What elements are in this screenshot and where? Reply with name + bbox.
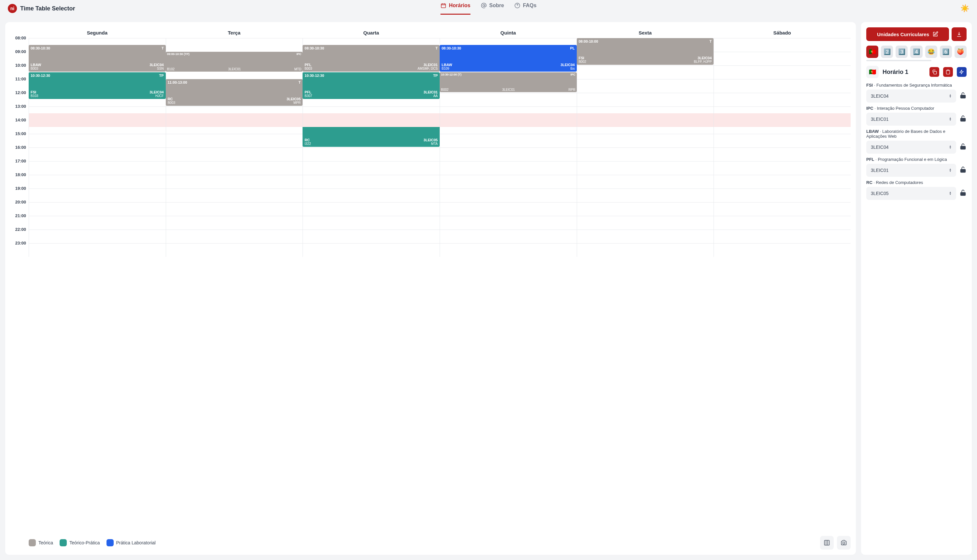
schedule-title: Horário 1 <box>882 69 925 75</box>
day-header-sex: Sexta <box>577 27 714 38</box>
svg-rect-5 <box>934 71 937 74</box>
time-label: 20:00 <box>10 200 29 213</box>
time-label: 12:00 <box>10 90 29 104</box>
nav-sobre[interactable]: Sobre <box>481 3 504 15</box>
app-title: Time Table Selector <box>20 5 75 12</box>
svg-point-1 <box>483 5 485 7</box>
schedule-panel: Segunda Terça Quarta Quinta Sexta Sábado… <box>5 22 856 555</box>
event-block[interactable]: 08:30-10:30TPFL3LEIC01B003AMSMF, DCS <box>303 45 440 72</box>
logo-icon: ni <box>8 4 17 13</box>
legend: Teórica Teórico-Prática Prática Laborato… <box>10 532 850 550</box>
event-block[interactable]: 08:30-10:30TLBAW3LEIC04B003SSN <box>29 45 166 72</box>
time-label: 23:00 <box>10 241 29 254</box>
bolt-button[interactable] <box>957 67 967 77</box>
day-header-seg: Segunda <box>29 27 166 38</box>
time-label: 10:00 <box>10 63 29 77</box>
theme-toggle[interactable]: ☀️ <box>960 4 969 13</box>
legend-tp: Teórico-Prática <box>60 539 100 546</box>
svg-rect-7 <box>961 95 965 98</box>
lock-icon[interactable] <box>959 166 967 175</box>
svg-rect-8 <box>961 118 965 121</box>
tab-6[interactable]: 6️⃣ <box>940 46 952 58</box>
day-header-ter: Terça <box>166 27 303 38</box>
time-label: 16:00 <box>10 145 29 158</box>
course-label: PFL · Programação Funcional e em Lógica <box>866 157 967 162</box>
event-block[interactable]: 08:00-10:00TFSI3LEIC04B002BLFP, HJPP <box>577 38 714 65</box>
legend-t: Teórica <box>29 539 53 546</box>
time-label: 08:00 <box>10 35 29 49</box>
logo-area: ni Time Table Selector <box>8 4 75 13</box>
schedule-tabs: 🇵🇹 2️⃣ 3️⃣ 4️⃣ 😂 6️⃣ 🍑 <box>866 46 967 58</box>
course-label: IPC · Interação Pessoa Computador <box>866 106 967 111</box>
svg-rect-3 <box>825 540 829 545</box>
tab-2[interactable]: 2️⃣ <box>881 46 893 58</box>
tab-5[interactable]: 😂 <box>925 46 937 58</box>
event-block[interactable]: 08:30-10:30PLLBAW3LEIC04B109tbs <box>440 45 577 72</box>
nav-horarios-label: Horários <box>449 3 470 8</box>
event-block[interactable]: 10:30-12:00 (T)IPCB0023LEIC01RPR <box>440 72 577 92</box>
course-select-pfl[interactable]: 3LEIC01▲▼ <box>866 164 956 177</box>
nav-faqs-label: FAQs <box>523 3 537 8</box>
lock-icon[interactable] <box>959 189 967 198</box>
grid-view-button[interactable] <box>820 536 834 550</box>
legend-pl: Prática Laboratorial <box>107 539 156 546</box>
time-label: 14:00 <box>10 118 29 131</box>
sidebar: Unidades Curriculares 🇵🇹 2️⃣ 3️⃣ 4️⃣ 😂 6… <box>861 22 972 555</box>
unidades-button[interactable]: Unidades Curriculares <box>866 27 949 41</box>
time-label: 22:00 <box>10 227 29 241</box>
svg-rect-0 <box>441 3 446 7</box>
at-icon <box>481 3 487 8</box>
course-select-rc[interactable]: 3LEIC05▲▼ <box>866 187 956 200</box>
event-block[interactable]: 10:30-12:30TPFSI3LEIC04B103HJCF <box>29 72 166 99</box>
course-label: RC · Redes de Computadores <box>866 180 967 185</box>
tabs-scrollbar[interactable] <box>866 60 931 61</box>
nav: Horários Sobre FAQs <box>441 3 537 15</box>
svg-rect-6 <box>947 70 949 71</box>
course-label: FSI · Fundamentos de Segurança Informáti… <box>866 83 967 88</box>
camera-button[interactable] <box>837 536 850 550</box>
lock-icon[interactable] <box>959 92 967 101</box>
svg-rect-11 <box>961 192 965 195</box>
lock-icon[interactable] <box>959 115 967 124</box>
svg-rect-9 <box>961 146 965 149</box>
time-label: 21:00 <box>10 213 29 227</box>
course-label: LBAW · Laboratório de Bases de Dados e A… <box>866 129 967 139</box>
tab-7[interactable]: 🍑 <box>955 46 967 58</box>
header: ni Time Table Selector Horários Sobre <box>0 0 977 17</box>
event-block[interactable]: 09:00-10:30 (TP)IPCB1023LEIC01MTD <box>166 52 303 72</box>
nav-faqs[interactable]: FAQs <box>515 3 537 15</box>
schedule-flag: 🇵🇹 <box>866 66 879 78</box>
course-select-lbaw[interactable]: 3LEIC04▲▼ <box>866 141 956 154</box>
nav-horarios[interactable]: Horários <box>441 3 470 15</box>
svg-rect-10 <box>961 169 965 172</box>
day-header-qua: Quarta <box>303 27 440 38</box>
day-header-qui: Quinta <box>440 27 577 38</box>
tab-1[interactable]: 🇵🇹 <box>866 46 878 58</box>
tab-3[interactable]: 3️⃣ <box>895 46 908 58</box>
paste-button[interactable] <box>943 67 953 77</box>
help-icon <box>515 3 520 8</box>
course-select-fsi[interactable]: 3LEIC04▲▼ <box>866 90 956 103</box>
svg-point-4 <box>843 542 845 544</box>
tab-4[interactable]: 4️⃣ <box>910 46 922 58</box>
nav-sobre-label: Sobre <box>489 3 504 8</box>
time-label: 19:00 <box>10 186 29 200</box>
day-header-sab: Sábado <box>714 27 850 38</box>
time-label: 11:00 <box>10 77 29 90</box>
lock-icon[interactable] <box>959 143 967 152</box>
time-label: 13:00 <box>10 104 29 118</box>
event-block[interactable]: 11:00-13:00TRC3LEIC05B003MPR <box>166 79 303 106</box>
download-button[interactable] <box>952 27 967 41</box>
time-label: 18:00 <box>10 172 29 186</box>
time-label: 09:00 <box>10 49 29 63</box>
event-block[interactable]: 10:30-12:30TPPFL3LEIC01B307AA <box>303 72 440 99</box>
calendar-icon <box>441 3 447 8</box>
copy-button[interactable] <box>929 67 939 77</box>
course-select-ipc[interactable]: 3LEIC01▲▼ <box>866 113 956 126</box>
time-label: 15:00 <box>10 131 29 145</box>
time-label: 17:00 <box>10 158 29 172</box>
